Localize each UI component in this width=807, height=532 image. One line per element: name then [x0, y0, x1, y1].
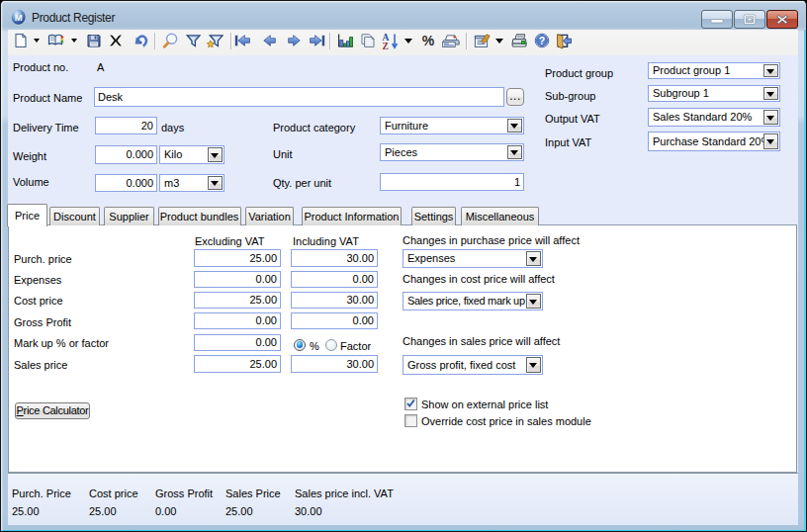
svg-text:?: ?	[539, 35, 545, 46]
svg-text:Z: Z	[383, 42, 389, 50]
svg-text:M: M	[15, 12, 23, 23]
